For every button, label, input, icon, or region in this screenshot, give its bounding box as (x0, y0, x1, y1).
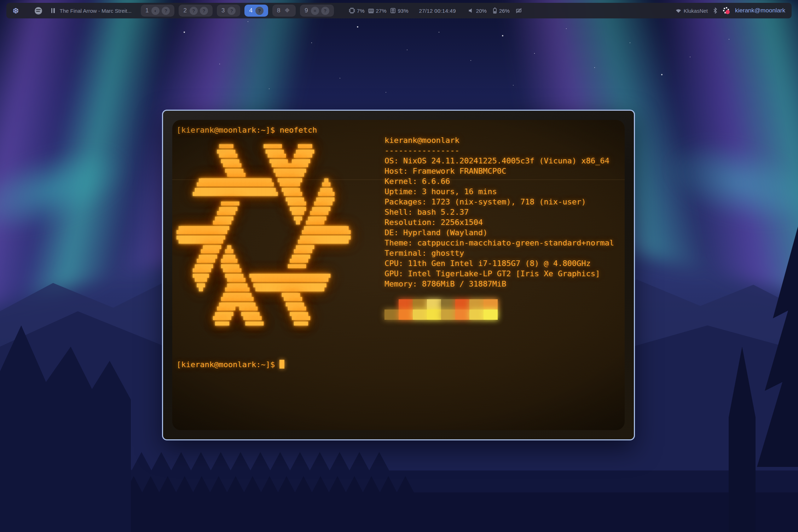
workspace-app-icon: ? (255, 7, 264, 15)
workspace-icons: ≡? (311, 7, 329, 15)
topbar-left-modules: ❆ The Final Arrow - Marc Streit... (13, 7, 132, 15)
neofetch-info-line: Theme: catppuccin-macchiato-green-standa… (384, 238, 614, 248)
workspace-number: 4 (249, 7, 252, 14)
palette-swatch (469, 310, 484, 320)
bluetooth-icon (713, 7, 717, 14)
workspace-app-icon: ? (190, 7, 198, 15)
volume-level: 20% (476, 8, 487, 14)
cpu-module[interactable]: 7% (349, 7, 365, 14)
battery-level: 26% (499, 8, 510, 14)
volume-module[interactable]: 20% (468, 7, 487, 14)
workspace-pill[interactable]: 9 ≡? (300, 5, 334, 17)
neofetch-info-line: DE: Hyprland (Wayland) (384, 227, 614, 238)
memory-module[interactable]: 27% (368, 7, 387, 14)
workspace-number: 1 (145, 7, 149, 14)
workspace-number: 9 (305, 7, 308, 14)
palette-swatch (399, 299, 413, 310)
palette-swatch (441, 310, 455, 320)
terminal-cursor (279, 360, 284, 369)
disk-usage: 93% (398, 8, 409, 14)
tray-icon[interactable] (723, 7, 730, 14)
neofetch-info-line: Kernel: 6.6.66 (384, 176, 614, 186)
palette-swatch (413, 299, 427, 310)
neofetch-info-line: Shell: bash 5.2.37 (384, 207, 614, 217)
network-module[interactable]: KlukasNet (675, 8, 708, 14)
neofetch-info-column: kierank@moonlark ---------------- OS: Ni… (384, 135, 614, 320)
network-ssid: KlukasNet (684, 8, 708, 14)
palette-swatch (455, 299, 469, 310)
wifi-icon (675, 8, 682, 13)
clock[interactable]: 27/12 00:14:49 (419, 8, 456, 14)
workspace-pill[interactable]: 2 ?? (179, 5, 212, 17)
workspace-number: 2 (183, 7, 186, 14)
neofetch-info-line: kierank@moonlark (384, 135, 614, 145)
pause-icon[interactable] (51, 8, 55, 13)
workspace-icons: ? (255, 7, 264, 15)
battery-icon (492, 7, 497, 14)
palette-swatch (427, 299, 441, 310)
memory-usage: 27% (376, 8, 387, 14)
shell-prompt-line-1: [kierank@moonlark:~]$ neofetch (177, 125, 620, 135)
palette-swatch (384, 299, 399, 310)
workspace-app-icon: ? (162, 7, 170, 15)
palette-swatch (399, 310, 413, 320)
cpu-usage: 7% (357, 8, 365, 14)
palette-swatch (441, 299, 455, 310)
terminal-content[interactable]: [kierank@moonlark:~]$ neofetch ▗▄▄▄ ▗▄▄▄… (172, 120, 625, 430)
neofetch-info-line: Host: Framework FRANBMCP0C (384, 166, 614, 176)
neofetch-info-line: Packages: 1723 (nix-system), 718 (nix-us… (384, 197, 614, 207)
neofetch-info-line: CPU: 11th Gen Intel i7-1185G7 (8) @ 4.80… (384, 258, 614, 268)
shell-command: neofetch (279, 126, 317, 134)
terminal-palette-row-1 (384, 299, 614, 310)
workspace-switcher: 1 ◐? 2 ?? 3 ? 4 ? 8 ❖ 9 (141, 5, 334, 17)
workspace-icons: ?? (190, 7, 208, 15)
palette-swatch (455, 310, 469, 320)
workspace-app-icon: ≡ (311, 7, 319, 15)
workspace-number: 8 (277, 7, 280, 14)
palette-swatch (384, 310, 399, 320)
neofetch-info-line: Memory: 8786MiB / 31887MiB (384, 279, 614, 289)
workspace-pill[interactable]: 4 ? (244, 5, 268, 17)
neofetch-info-line: Resolution: 798x532 (384, 217, 614, 227)
palette-swatch (427, 310, 441, 320)
keyboard-backlight-module[interactable] (515, 7, 522, 14)
palette-swatch (469, 299, 484, 310)
disk-icon (390, 7, 396, 14)
battery-module[interactable]: 26% (492, 7, 510, 14)
neofetch-info-lines: kierank@moonlark ---------------- OS: Ni… (384, 135, 614, 289)
workspace-pill[interactable]: 3 ? (217, 5, 240, 17)
terminal-window[interactable]: [kierank@moonlark:~]$ neofetch ▗▄▄▄ ▗▄▄▄… (162, 110, 635, 440)
top-bar: ❆ The Final Arrow - Marc Streit... 1 ◐? … (6, 3, 792, 18)
workspace-app-icon: ? (227, 7, 236, 15)
media-title[interactable]: The Final Arrow - Marc Streit... (60, 8, 132, 14)
disk-module[interactable]: 93% (390, 7, 409, 14)
keyboard-disabled-icon (515, 7, 522, 14)
workspace-icons: ◐? (151, 7, 170, 15)
shell-prompt: [kierank@moonlark:~]$ (177, 360, 275, 369)
workspace-number: 3 (221, 7, 225, 14)
neofetch-info-line: OS: NixOS 24.11.20241225.4005c3f (Vicuna… (384, 156, 614, 166)
nixos-ascii-logo: ▗▄▄▄ ▗▄▄▄▄ ▄▄▄▖ ▜███▙ ▜███▙ ▟███▛ ▜███▙ … (177, 139, 351, 330)
palette-swatch (484, 310, 498, 320)
topbar-right-modules: KlukasNet kierank@moonlark (675, 7, 785, 14)
terminal-palette-row-2 (384, 310, 614, 320)
memory-icon (368, 7, 374, 14)
workspace-app-icon: ◐ (151, 7, 160, 15)
workspace-app-icon: ? (200, 7, 208, 15)
neofetch-output: ▗▄▄▄ ▗▄▄▄▄ ▄▄▄▖ ▜███▙ ▜███▙ ▟███▛ ▜███▙ … (177, 135, 620, 330)
neofetch-info-line: Uptime: 3 hours, 16 mins (384, 186, 614, 197)
user-at-host[interactable]: kierank@moonlark (735, 7, 785, 14)
palette-swatch (484, 299, 498, 310)
cpu-icon (349, 7, 355, 14)
spotify-icon[interactable] (35, 7, 42, 15)
nixos-menu-icon[interactable]: ❆ (13, 7, 19, 15)
bluetooth-module[interactable] (713, 7, 717, 14)
workspace-app-icon: ? (321, 7, 329, 15)
workspace-pill[interactable]: 1 ◐? (141, 5, 174, 17)
neofetch-info-line: GPU: Intel TigerLake-LP GT2 [Iris Xe Gra… (384, 268, 614, 279)
workspace-pill[interactable]: 8 ❖ (272, 5, 296, 17)
workspace-icons: ? (227, 7, 236, 15)
shell-prompt-line-2[interactable]: [kierank@moonlark:~]$ (177, 359, 620, 370)
crt-screen: [kierank@moonlark:~]$ neofetch ▗▄▄▄ ▗▄▄▄… (172, 120, 625, 430)
workspace-icons: ❖ (283, 7, 291, 15)
